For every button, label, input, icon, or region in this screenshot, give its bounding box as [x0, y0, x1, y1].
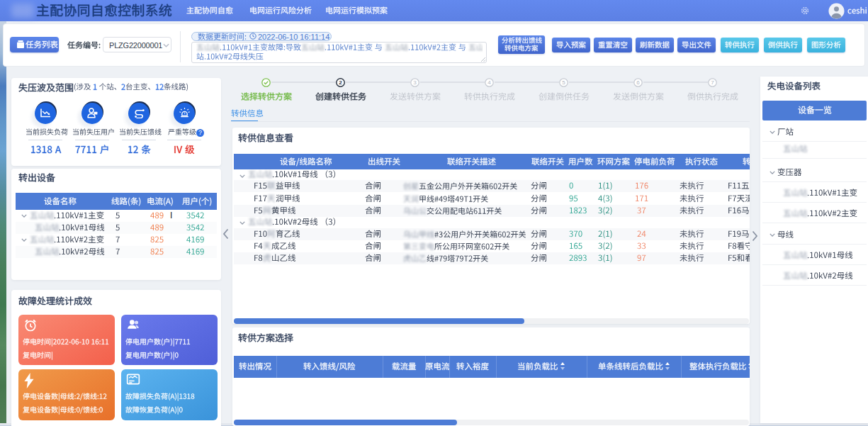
svg-text:5: 5 [562, 79, 565, 86]
svg-text:6: 6 [636, 79, 640, 86]
svg-text:2: 2 [339, 79, 342, 86]
svg-text:7: 7 [711, 79, 714, 86]
svg-text:4: 4 [487, 79, 491, 86]
svg-text:3: 3 [413, 79, 417, 86]
